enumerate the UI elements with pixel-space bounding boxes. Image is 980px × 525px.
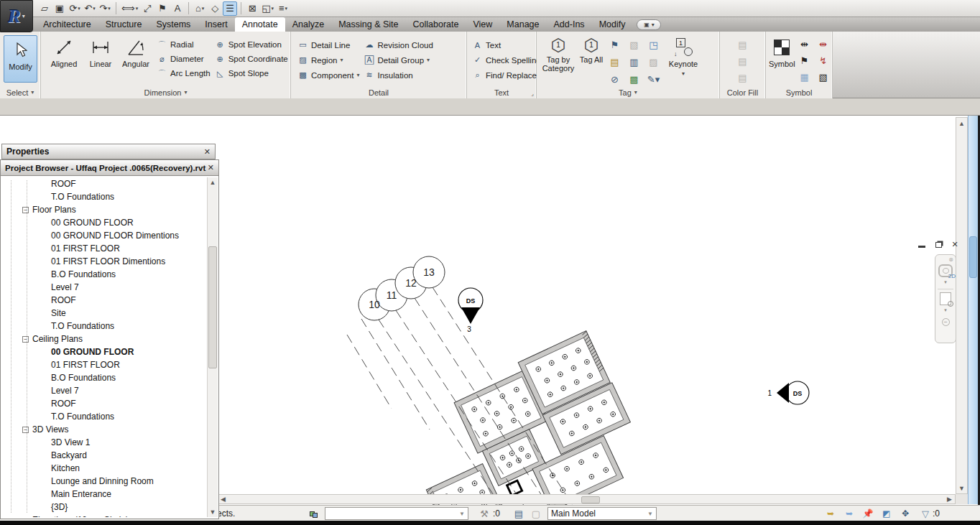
close-icon[interactable]: ✕ xyxy=(204,147,211,157)
project-browser-titlebar[interactable]: Project Browser - Uffaq Project .0065(Re… xyxy=(1,160,218,176)
select-underlay-icon[interactable]: ➥ xyxy=(841,507,857,520)
dialog-launcher-icon[interactable]: ⌟ xyxy=(531,90,534,97)
save-icon[interactable]: ▣ xyxy=(52,1,67,16)
elevation-marker-right[interactable]: DS 1 xyxy=(767,381,809,404)
tree-item-floor-plans[interactable]: −Floor Plans xyxy=(2,203,206,216)
tab-manage[interactable]: Manage xyxy=(499,17,546,32)
color-fill-legend-icon[interactable]: ▤ xyxy=(735,70,751,85)
angular-dimension-button[interactable]: Angular xyxy=(117,33,154,85)
tag-qat-icon[interactable]: ⚑ xyxy=(155,1,170,16)
tree-collapse-icon[interactable]: − xyxy=(22,517,29,518)
ribbon-display-toggle[interactable]: ▣▾ xyxy=(637,19,661,30)
component-button[interactable]: ▩Component▾ xyxy=(295,68,361,83)
tree-item-00-ground-floor[interactable]: 00 GROUND FLOOR xyxy=(2,216,206,229)
tree-item-3d-view-1[interactable]: 3D View 1 xyxy=(2,436,206,449)
tab-systems[interactable]: Systems xyxy=(149,17,198,32)
tree-item-t-o-foundations[interactable]: T.O Foundations xyxy=(2,410,206,423)
undo-icon[interactable]: ↶▾ xyxy=(83,1,97,16)
region-button[interactable]: ▨Region▾ xyxy=(295,52,361,68)
tab-insert[interactable]: Insert xyxy=(198,17,234,32)
tree-collapse-icon[interactable]: − xyxy=(22,336,29,343)
scrollbar-thumb[interactable] xyxy=(208,246,217,368)
navigation-bar[interactable]: ⊗ 2D ▾ ▾ − xyxy=(935,254,956,343)
space-tag-icon[interactable]: ▥ xyxy=(624,53,644,70)
elevation-marker-top[interactable]: DS 3 xyxy=(458,288,483,333)
tree-item-b-o-foundations[interactable]: B.O Foundations xyxy=(2,371,206,384)
scroll-up-icon[interactable]: ▲ xyxy=(208,177,218,187)
radial-button[interactable]: ⌒Radial xyxy=(154,37,213,52)
detail-line-button[interactable]: ▭Detail Line xyxy=(295,37,361,52)
tree-item-01-first-floor[interactable]: 01 FIRST FLOOR xyxy=(2,242,206,255)
tree-item-t-o-foundations[interactable]: T.O Foundations xyxy=(2,320,206,333)
area-symbol-icon[interactable]: ▦ xyxy=(795,69,814,85)
tree-item-roof[interactable]: ROOF xyxy=(2,397,206,410)
app-vertical-scrollbar[interactable] xyxy=(968,116,978,504)
tree-item-roof[interactable]: ROOF xyxy=(2,294,206,307)
duct-legend-icon[interactable]: ▤ xyxy=(735,37,751,52)
properties-palette-titlebar[interactable]: Properties ✕ xyxy=(1,144,216,159)
tree-item--3d-[interactable]: {3D} xyxy=(2,501,206,514)
active-workset-dropdown[interactable]: ▼ xyxy=(325,507,468,520)
tree-item-backyard[interactable]: Backyard xyxy=(2,449,206,462)
tree-item-b-o-foundations[interactable]: B.O Foundations xyxy=(2,268,206,281)
tree-item-roof[interactable]: ROOF xyxy=(2,177,206,190)
measure-icon[interactable]: ⟺▾ xyxy=(120,1,139,16)
text-qat-icon[interactable]: A xyxy=(170,1,185,16)
aligned-dimension-icon[interactable]: ⤢ xyxy=(140,1,154,16)
scroll-up-icon[interactable]: ▲ xyxy=(956,118,967,129)
detail-group-button[interactable]: 🄰Detail Group▾ xyxy=(361,52,435,68)
dimension-panel-label[interactable]: Dimension▾ xyxy=(41,86,290,98)
tab-view[interactable]: View xyxy=(466,17,499,32)
tab-annotate[interactable]: Annotate xyxy=(235,17,285,32)
find-replace-button[interactable]: ⌕Find/ Replace xyxy=(470,68,543,83)
tab-add-ins[interactable]: Add-Ins xyxy=(547,17,592,32)
linear-dimension-button[interactable]: Linear xyxy=(84,33,117,85)
application-menu-button[interactable]: R▾ xyxy=(0,0,33,32)
wall-reinforcement-icon[interactable]: ▧ xyxy=(814,69,833,85)
tree-item-main-enterance[interactable]: Main Enterance xyxy=(2,488,206,501)
room-tag-icon[interactable]: ▤ xyxy=(605,53,624,70)
thin-lines-icon[interactable]: ☰ xyxy=(223,1,237,16)
switch-windows-icon[interactable]: ◱▾ xyxy=(260,1,275,16)
browser-scrollbar[interactable]: ▲ ▼ xyxy=(207,177,218,517)
tab-analyze[interactable]: Analyze xyxy=(285,17,331,32)
tag-by-category-button[interactable]: ⬡1 Tag by Category xyxy=(539,33,578,85)
grid-bubbles-top[interactable]: 10 11 12 13 xyxy=(359,256,445,320)
section-icon[interactable]: ◇ xyxy=(208,1,222,16)
area-tag-icon[interactable]: ◳ xyxy=(644,36,663,53)
view-minimize-icon[interactable] xyxy=(917,240,927,249)
scroll-left-icon[interactable]: ◀ xyxy=(218,494,228,504)
insulation-button[interactable]: ≋Insulation xyxy=(361,68,435,83)
view-reference-icon[interactable]: ▨ xyxy=(644,53,663,70)
exclude-options-icon[interactable]: ▢ xyxy=(529,507,543,520)
diameter-button[interactable]: ⌀Diameter xyxy=(154,52,213,66)
text-button[interactable]: AText xyxy=(470,37,543,52)
aligned-dimension-button[interactable]: Aligned xyxy=(44,33,84,85)
symbol-button[interactable]: Symbol xyxy=(769,33,795,85)
keynote-tag-icon[interactable]: ▩ xyxy=(624,70,644,88)
scrollbar-thumb[interactable] xyxy=(969,236,977,278)
tag-all-button[interactable]: ⬡1 Tag All xyxy=(578,33,605,85)
scroll-down-icon[interactable]: ▼ xyxy=(208,507,218,517)
spot-slope-button[interactable]: ◺Spot Slope xyxy=(213,66,290,80)
zoom-icon[interactable] xyxy=(940,292,951,305)
default-3d-view-icon[interactable]: ⌂▾ xyxy=(193,1,207,16)
steering-wheel-icon[interactable]: 2D xyxy=(938,264,953,277)
tree-item-elevations-12mm-circle-[interactable]: −Elevations (12mm Circle) xyxy=(2,514,206,517)
tree-item-01-first-floor-dimentions[interactable]: 01 FIRST FLOOR Dimentions xyxy=(2,255,206,268)
tab-structure[interactable]: Structure xyxy=(98,17,149,32)
view-restore-icon[interactable] xyxy=(933,240,943,249)
ceiling-plan-view[interactable]: 10 11 12 13 10 11 12 13 DS 3 DS 1 xyxy=(216,231,956,505)
select-by-face-icon[interactable]: ◩ xyxy=(879,507,895,520)
open-icon[interactable]: ▱ xyxy=(37,1,52,16)
scroll-right-icon[interactable]: ▶ xyxy=(944,494,955,504)
revision-cloud-button[interactable]: ☁Revision Cloud xyxy=(361,37,435,52)
chevron-down-icon[interactable]: ▾ xyxy=(944,279,947,285)
check-spelling-button[interactable]: ✓Check Spelling xyxy=(470,52,543,68)
tab-massing-site[interactable]: Massing & Site xyxy=(331,17,405,32)
tree-item-level-7[interactable]: Level 7 xyxy=(2,384,206,397)
worksets-icon[interactable] xyxy=(306,507,320,520)
tree-item-kitchen[interactable]: Kitchen xyxy=(2,462,206,475)
tree-item-3d-views[interactable]: −3D Views xyxy=(2,423,206,436)
tree-item-ceiling-plans[interactable]: −Ceiling Plans xyxy=(2,333,206,345)
